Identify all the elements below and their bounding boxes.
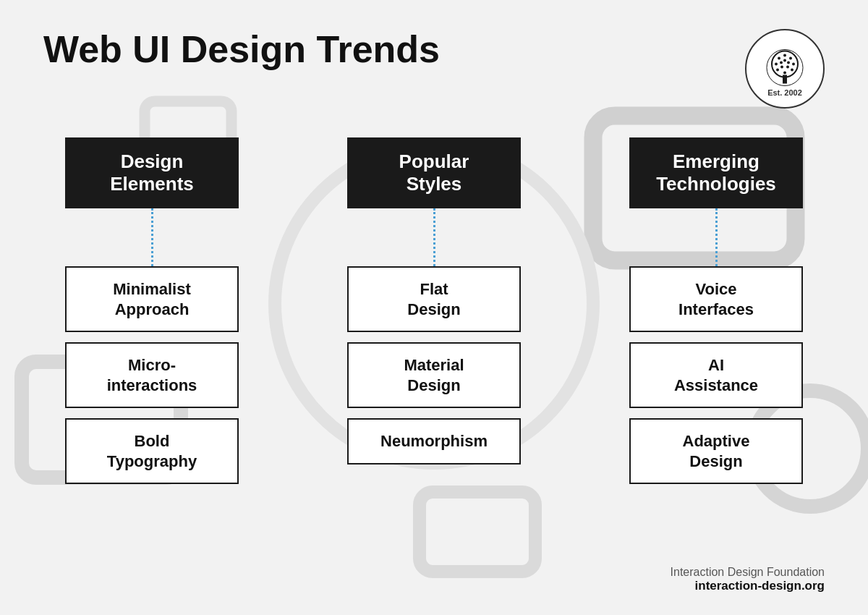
dotted-connector-1 [151,208,153,266]
columns-container: DesignElements MinimalistApproach Micro-… [43,137,825,484]
item-neumorphism: Neumorphism [347,418,521,465]
svg-point-20 [786,66,789,69]
svg-point-19 [780,66,783,69]
logo-icon [760,41,810,91]
svg-point-11 [775,63,778,66]
col-items-design-elements: MinimalistApproach Micro-interactions Bo… [65,266,239,484]
column-popular-styles: PopularStyles FlatDesign MaterialDesign … [326,137,542,484]
header: Web UI Design Trends [43,29,825,109]
page-title: Web UI Design Trends [43,29,440,70]
column-emerging-technologies: EmergingTechnologies VoiceInterfaces AIA… [608,137,825,484]
item-adaptive-design: AdaptiveDesign [629,418,803,484]
item-voice-interfaces: VoiceInterfaces [629,266,803,332]
svg-point-18 [783,59,786,62]
main-content: Web UI Design Trends [0,0,868,615]
item-flat-design: FlatDesign [347,266,521,332]
col-items-popular-styles: FlatDesign MaterialDesign Neumorphism [347,266,521,465]
col-header-emerging-tech: EmergingTechnologies [629,137,803,208]
logo-est-label: Est. 2002 [767,88,802,97]
svg-point-9 [783,54,786,57]
item-bold-typography: BoldTypography [65,418,239,484]
dotted-connector-3 [715,208,718,266]
svg-rect-6 [783,75,787,84]
svg-point-15 [791,69,793,72]
col-header-design-elements: DesignElements [65,137,239,208]
footer: Interaction Design Foundation interactio… [671,566,825,593]
svg-point-16 [780,62,783,64]
svg-point-10 [789,57,792,60]
svg-point-14 [783,72,786,75]
svg-point-13 [776,69,779,72]
footer-url: interaction-design.org [671,579,825,593]
svg-point-12 [792,63,795,66]
item-material-design: MaterialDesign [347,342,521,408]
logo: Est. 2002 [745,29,825,109]
svg-point-8 [778,57,780,60]
svg-point-17 [787,62,790,64]
item-ai-assistance: AIAssistance [629,342,803,408]
col-header-popular-styles: PopularStyles [347,137,521,208]
column-design-elements: DesignElements MinimalistApproach Micro-… [43,137,260,484]
item-micro-interactions: Micro-interactions [65,342,239,408]
dotted-connector-2 [433,208,435,266]
col-items-emerging-tech: VoiceInterfaces AIAssistance AdaptiveDes… [629,266,803,484]
item-minimalist-approach: MinimalistApproach [65,266,239,332]
footer-organization-name: Interaction Design Foundation [671,566,825,579]
